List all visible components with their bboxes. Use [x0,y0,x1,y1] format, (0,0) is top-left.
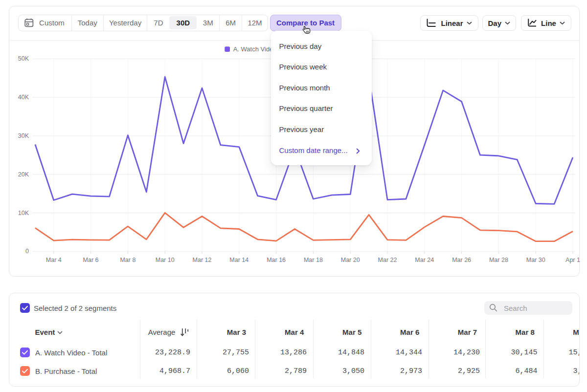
svg-text:Mar 14: Mar 14 [229,257,248,263]
svg-text:Apr 1: Apr 1 [565,257,580,263]
svg-text:0: 0 [25,248,29,255]
svg-text:Mar 16: Mar 16 [267,257,286,263]
svg-text:Mar 4: Mar 4 [46,257,62,263]
svg-text:30K: 30K [18,132,29,139]
svg-text:40K: 40K [18,94,29,101]
svg-text:A. Watch Video: A. Watch Video [233,45,277,53]
svg-text:Mar 10: Mar 10 [156,257,175,263]
svg-text:Mar 8: Mar 8 [120,257,135,263]
svg-text:50K: 50K [18,55,29,62]
svg-text:Mar 30: Mar 30 [526,257,545,263]
svg-text:Mar 18: Mar 18 [304,257,323,263]
svg-text:Mar 28: Mar 28 [489,257,508,263]
svg-text:20K: 20K [18,171,29,178]
svg-text:Mar 6: Mar 6 [83,257,99,263]
svg-text:Mar 24: Mar 24 [415,257,434,263]
svg-text:Mar 12: Mar 12 [193,257,212,263]
svg-text:Mar 26: Mar 26 [452,257,471,263]
svg-text:Mar 22: Mar 22 [378,257,397,263]
svg-text:10K: 10K [18,210,29,217]
svg-text:Mar 20: Mar 20 [341,257,360,263]
